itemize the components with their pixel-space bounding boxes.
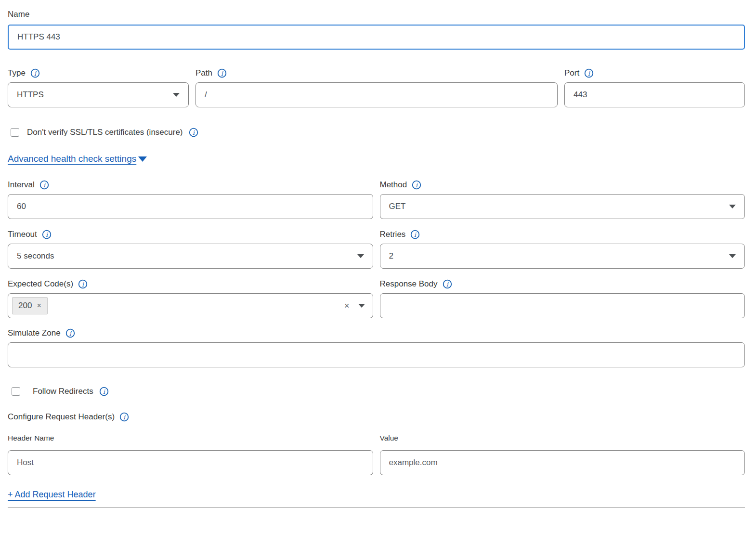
- svg-text:i: i: [416, 182, 418, 189]
- response-body-field-group: Response Body i: [380, 278, 745, 318]
- header-value-column-label: Value: [380, 434, 745, 443]
- add-request-header-link[interactable]: + Add Request Header: [8, 490, 96, 499]
- simulate-zone-field-group: Simulate Zone i: [8, 327, 745, 367]
- path-info-icon[interactable]: i: [217, 68, 227, 78]
- svg-text:i: i: [34, 70, 37, 77]
- method-info-icon[interactable]: i: [412, 180, 421, 190]
- caret-down-icon: [138, 156, 147, 162]
- header-name-column-label: Header Name: [8, 434, 373, 443]
- ssl-verify-checkbox-row: Don't verify SSL/TLS certificates (insec…: [8, 128, 745, 137]
- advanced-settings-link[interactable]: Advanced health check settings: [8, 154, 147, 164]
- follow-redirects-row: Follow Redirects i: [8, 387, 745, 396]
- type-field-group: Type i HTTPS: [8, 67, 189, 107]
- port-input[interactable]: [564, 82, 745, 107]
- method-select-value: GET: [389, 202, 406, 211]
- retries-field-group: Retries i 2: [380, 228, 745, 269]
- simulate-zone-input[interactable]: [8, 342, 745, 367]
- timeout-label: Timeout: [8, 230, 37, 239]
- type-info-icon[interactable]: i: [30, 68, 40, 78]
- follow-redirects-label: Follow Redirects: [33, 387, 93, 396]
- response-body-input[interactable]: [380, 293, 745, 318]
- retries-info-icon[interactable]: i: [410, 230, 420, 239]
- port-info-icon[interactable]: i: [584, 68, 594, 78]
- svg-text:i: i: [103, 388, 105, 395]
- response-body-label: Response Body: [380, 279, 438, 289]
- svg-text:i: i: [221, 70, 223, 77]
- clear-all-icon[interactable]: ×: [344, 301, 350, 311]
- method-label: Method: [380, 180, 407, 190]
- ssl-verify-info-icon[interactable]: i: [189, 128, 198, 137]
- svg-text:i: i: [82, 281, 84, 288]
- configure-headers-info-icon[interactable]: i: [119, 412, 129, 422]
- retries-select-value: 2: [389, 251, 393, 261]
- type-path-port-row: Type i HTTPS Path i: [8, 67, 745, 107]
- request-header-row: Header Name Value: [8, 434, 745, 475]
- configure-headers-section: Configure Request Header(s) i: [8, 411, 745, 423]
- path-label: Path: [196, 68, 212, 78]
- timeout-field-group: Timeout i 5 seconds: [8, 228, 373, 269]
- retries-select[interactable]: 2: [380, 244, 745, 269]
- svg-text:i: i: [588, 70, 590, 77]
- type-select-value: HTTPS: [17, 90, 44, 100]
- follow-redirects-info-icon[interactable]: i: [99, 387, 109, 396]
- chevron-down-icon: [729, 205, 736, 208]
- interval-field-group: Interval i: [8, 179, 373, 219]
- follow-redirects-checkbox[interactable]: [12, 387, 20, 396]
- expected-codes-field-group: Expected Code(s) i 200 × ×: [8, 278, 373, 318]
- response-body-info-icon[interactable]: i: [443, 279, 452, 289]
- expected-code-tag-text: 200: [18, 301, 32, 311]
- simulate-zone-info-icon[interactable]: i: [65, 328, 75, 338]
- health-check-form: Name Type i HTTPS Path: [0, 0, 756, 533]
- simulate-zone-label: Simulate Zone: [8, 328, 61, 338]
- svg-text:i: i: [446, 281, 449, 288]
- port-field-group: Port i: [564, 67, 745, 107]
- chevron-down-icon: [729, 254, 736, 258]
- configure-headers-label: Configure Request Header(s): [8, 412, 115, 422]
- interval-info-icon[interactable]: i: [39, 180, 49, 190]
- timeout-select-value: 5 seconds: [17, 251, 54, 261]
- path-input[interactable]: [196, 82, 558, 107]
- advanced-settings-link-text: Advanced health check settings: [8, 154, 136, 164]
- interval-label: Interval: [8, 180, 35, 190]
- remove-tag-icon[interactable]: ×: [37, 301, 41, 310]
- ssl-verify-label: Don't verify SSL/TLS certificates (insec…: [27, 128, 183, 137]
- type-label: Type: [8, 68, 26, 78]
- svg-text:i: i: [43, 182, 46, 189]
- method-field-group: Method i GET: [380, 179, 745, 219]
- svg-text:i: i: [123, 414, 126, 421]
- chevron-down-icon: [357, 254, 364, 258]
- section-divider: [8, 507, 745, 508]
- expected-codes-label: Expected Code(s): [8, 279, 73, 289]
- name-label-text: Name: [8, 10, 29, 19]
- advanced-settings-grid: Interval i Method i: [8, 179, 745, 318]
- header-value-input[interactable]: [380, 450, 745, 475]
- ssl-verify-checkbox[interactable]: [11, 128, 19, 137]
- chevron-down-icon: [173, 93, 180, 97]
- name-input[interactable]: [8, 25, 745, 50]
- interval-input[interactable]: [8, 194, 373, 219]
- header-value-field-group: Value: [380, 434, 745, 475]
- svg-text:i: i: [69, 330, 72, 337]
- name-field-group: Name: [8, 9, 745, 50]
- timeout-select[interactable]: 5 seconds: [8, 244, 373, 269]
- svg-text:i: i: [193, 129, 195, 136]
- name-label: Name: [8, 9, 745, 20]
- timeout-info-icon[interactable]: i: [42, 230, 52, 239]
- svg-text:i: i: [414, 231, 417, 238]
- expected-code-tag: 200 ×: [12, 297, 48, 314]
- expected-codes-info-icon[interactable]: i: [78, 279, 88, 289]
- type-select[interactable]: HTTPS: [8, 82, 189, 107]
- svg-text:i: i: [46, 231, 48, 238]
- method-select[interactable]: GET: [380, 194, 745, 219]
- header-name-field-group: Header Name: [8, 434, 373, 475]
- chevron-down-icon: [358, 304, 365, 308]
- expected-codes-multiselect[interactable]: 200 × ×: [8, 293, 373, 318]
- retries-label: Retries: [380, 230, 406, 239]
- path-field-group: Path i: [196, 67, 558, 107]
- header-name-input[interactable]: [8, 450, 373, 475]
- port-label: Port: [564, 68, 579, 78]
